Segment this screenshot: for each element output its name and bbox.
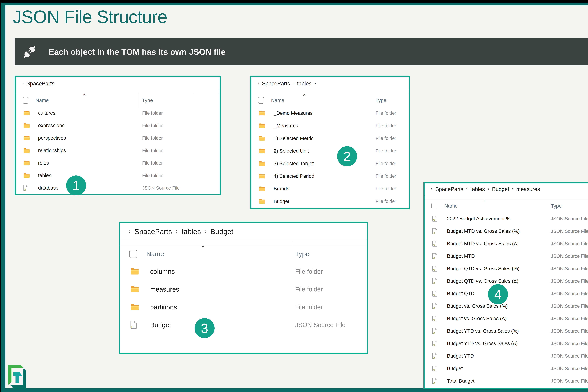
file-type: JSON Source File [551, 341, 588, 346]
folder-icon [23, 160, 30, 166]
column-header-type[interactable]: Type [142, 98, 153, 103]
json-file-icon: {} [130, 321, 137, 329]
column-header-type[interactable]: Type [376, 98, 386, 103]
breadcrumb-segment[interactable]: SpaceParts [435, 186, 463, 192]
breadcrumb-segment[interactable]: Budget [492, 186, 509, 192]
file-row[interactable]: BudgetFile folder [251, 195, 409, 208]
breadcrumb-segment[interactable]: SpaceParts [26, 80, 54, 87]
file-row[interactable]: columnsFile folder [120, 262, 367, 280]
file-name: database [38, 185, 58, 191]
file-name: 1) Selected Metric [274, 136, 313, 141]
file-row[interactable]: {}Budget MTD vs. Gross Sales (Δ)JSON Sou… [425, 238, 588, 250]
file-row[interactable]: 3) Selected TargetFile folder [251, 157, 409, 170]
breadcrumb: ›SpaceParts [16, 77, 219, 90]
file-row[interactable]: {}Budget vs. Gross Sales (Δ)JSON Source … [425, 312, 588, 325]
file-row[interactable]: _MeasuresFile folder [251, 120, 409, 132]
file-row[interactable]: {}Budget MTD vs. Gross Sales (%)JSON Sou… [425, 225, 588, 238]
file-row[interactable]: 2) Selected UnitFile folder [251, 144, 409, 157]
file-name: Total Budget [447, 378, 474, 384]
file-type: File folder [376, 148, 396, 154]
step-badge-2: 2 [337, 146, 357, 166]
file-row[interactable]: {}Budget QTD vs. Gross Sales (%)JSON Sou… [425, 262, 588, 275]
select-all-checkbox[interactable] [431, 203, 437, 209]
file-type: JSON Source File [551, 316, 588, 321]
svg-text:{}: {} [433, 256, 435, 259]
breadcrumb-segment[interactable]: measures [516, 186, 540, 192]
column-header-type[interactable]: Type [551, 203, 562, 209]
file-name: cultures [38, 110, 55, 116]
file-row[interactable]: perspectivesFile folder [16, 132, 219, 144]
breadcrumb-segment[interactable]: SpaceParts [134, 227, 172, 236]
file-row[interactable]: 4) Selected PeriodFile folder [251, 170, 409, 182]
file-row[interactable]: culturesFile folder [16, 107, 219, 119]
file-row[interactable]: {}Budget YTDJSON Source File [425, 350, 588, 362]
file-type: File folder [142, 173, 163, 178]
file-row[interactable]: {}Budget QTD vs. Gross Sales (Δ)JSON Sou… [425, 275, 588, 287]
file-name: 4) Selected Period [274, 173, 314, 179]
file-row[interactable]: {}Total BudgetJSON Source File [425, 375, 588, 387]
breadcrumb-chevron-icon: › [176, 228, 178, 235]
folder-icon [259, 148, 265, 154]
file-row[interactable]: {}2022 Budget Achievement %JSON Source F… [425, 212, 588, 225]
json-file-icon: {} [23, 185, 28, 191]
file-name: Budget MTD vs. Gross Sales (Δ) [447, 241, 519, 246]
file-type: JSON Source File [551, 254, 588, 259]
sort-caret-icon: ^ [201, 244, 204, 251]
file-row[interactable]: {}Budget YTD vs. Gross Sales (Δ)JSON Sou… [425, 337, 588, 350]
file-row[interactable]: {}BudgetJSON Source File [425, 362, 588, 375]
select-all-checkbox[interactable] [129, 250, 137, 258]
file-type: JSON Source File [551, 278, 588, 284]
column-header-name[interactable]: Name [271, 98, 284, 103]
breadcrumb-segment[interactable]: SpaceParts [262, 80, 290, 87]
svg-text:{}: {} [131, 325, 134, 328]
column-header-name[interactable]: Name [146, 250, 164, 258]
file-row[interactable]: partitionsFile folder [120, 298, 367, 316]
file-row[interactable]: {}Budget vs. Gross Sales (%)JSON Source … [425, 300, 588, 312]
sort-caret-icon: ^ [483, 199, 485, 204]
folder-icon [259, 110, 265, 116]
folder-icon [130, 286, 139, 293]
file-row[interactable]: tablesFile folder [16, 169, 219, 182]
file-row[interactable]: {}Budget YTD vs. Gross Sales (%)JSON Sou… [425, 325, 588, 337]
file-row[interactable]: {}BudgetJSON Source File [120, 316, 367, 334]
file-row[interactable]: expressionsFile folder [16, 119, 219, 132]
file-type: JSON Source File [551, 228, 588, 234]
column-header-type[interactable]: Type [295, 250, 309, 258]
file-row[interactable]: BrandsFile folder [251, 182, 409, 195]
banner-text: Each object in the TOM has its own JSON … [49, 47, 225, 57]
folder-icon [23, 148, 30, 153]
breadcrumb-segment[interactable]: tables [297, 80, 312, 87]
file-row[interactable]: rolesFile folder [16, 157, 219, 169]
file-row[interactable]: {}databaseJSON Source File [16, 182, 219, 194]
file-type: JSON Source File [551, 328, 588, 334]
select-all-checkbox[interactable] [258, 97, 264, 104]
column-header-name[interactable]: Name [444, 203, 458, 209]
svg-text:{}: {} [433, 369, 435, 371]
file-type: File folder [142, 110, 163, 116]
breadcrumb-segment[interactable]: tables [470, 186, 485, 192]
file-type: JSON Source File [551, 266, 588, 271]
folder-icon [259, 174, 265, 179]
breadcrumb-chevron-icon: › [512, 186, 513, 192]
file-row[interactable]: relationshipsFile folder [16, 144, 219, 157]
breadcrumb-segment[interactable]: Budget [210, 227, 233, 236]
file-name: Budget QTD vs. Gross Sales (Δ) [447, 278, 518, 284]
breadcrumb-segment[interactable]: tables [182, 227, 201, 236]
column-header-name[interactable]: Name [35, 98, 49, 103]
step-badge-3: 3 [195, 318, 214, 338]
file-type: File folder [142, 136, 163, 141]
file-name: perspectives [38, 135, 66, 141]
column-header-row: ^ Name Type [251, 94, 409, 107]
file-row[interactable]: measuresFile folder [120, 280, 367, 298]
file-row[interactable]: {}Budget MTDJSON Source File [425, 250, 588, 262]
file-row[interactable]: 1) Selected MetricFile folder [251, 132, 409, 144]
column-header-row: ^ Name Type [425, 200, 588, 212]
svg-text:{}: {} [433, 306, 435, 309]
folder-icon [23, 110, 30, 116]
folder-icon [259, 186, 265, 191]
file-row[interactable]: _Demo MeasuresFile folder [251, 107, 409, 120]
select-all-checkbox[interactable] [22, 97, 28, 104]
json-file-icon: {} [432, 228, 437, 234]
breadcrumb-chevron-icon: › [488, 186, 489, 192]
breadcrumb-chevron-icon: › [22, 81, 24, 86]
